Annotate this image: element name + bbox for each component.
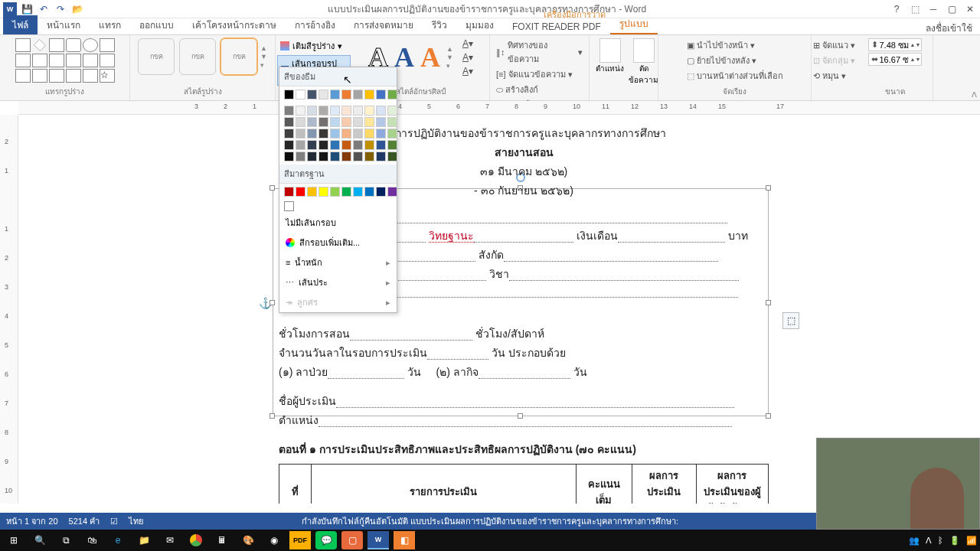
line-icon[interactable]: 💬: [315, 531, 337, 549]
layout-options-icon[interactable]: ⬚: [782, 312, 799, 329]
bring-forward-button[interactable]: ▣ นำไปข้างหน้า ▾: [687, 38, 783, 52]
group-size-label: ขนาด: [885, 84, 905, 97]
theme-colors-row[interactable]: [279, 86, 397, 103]
width-input[interactable]: ⬌ ▲▼: [868, 53, 922, 66]
gallery-down-icon[interactable]: ▼: [260, 53, 267, 60]
maximize-icon[interactable]: ▢: [945, 2, 959, 16]
webcam-overlay: [816, 438, 980, 530]
tab-insert[interactable]: แทรก: [90, 15, 130, 34]
minimize-icon[interactable]: ─: [926, 2, 940, 16]
align-button[interactable]: ⊞ จัดแนว ▾: [813, 38, 855, 52]
mail-icon[interactable]: ✉: [159, 531, 181, 549]
collapse-ribbon-icon[interactable]: ᐱ: [972, 90, 977, 99]
ruler-horizontal[interactable]: 321 123 456 789 101112 131415 17: [18, 101, 980, 115]
gallery-up-icon[interactable]: ▲: [260, 44, 267, 52]
explorer-icon[interactable]: 📁: [133, 531, 155, 549]
text-effects-icon[interactable]: A▾: [462, 66, 473, 77]
tab-file[interactable]: ไฟล์: [3, 15, 38, 34]
taskbar: ⊞ 🔍 ⧉ 🛍 e 📁 ✉ 🖩 🎨 ◉ PDF 💬 ▢ W ◧ 👥 ᐱ ᛒ 🔋 …: [0, 530, 980, 551]
tab-layout[interactable]: เค้าโครงหน้ากระดาษ: [183, 15, 286, 34]
bluetooth-icon[interactable]: ᛒ: [938, 536, 943, 545]
theme-tints-grid[interactable]: [279, 103, 397, 165]
close-icon[interactable]: ✕: [963, 2, 977, 16]
dashes-item[interactable]: ⋯ เส้นประ▸: [279, 272, 397, 292]
start-icon[interactable]: ⊞: [3, 531, 24, 549]
tab-review[interactable]: รีวิว: [423, 15, 456, 34]
no-outline-item[interactable]: ไม่มีเส้นกรอบ: [279, 213, 397, 233]
tab-view[interactable]: มุมมอง: [456, 15, 503, 34]
tab-format[interactable]: รูปแบบ: [610, 14, 658, 34]
wa-up-icon[interactable]: ▲: [446, 45, 453, 53]
word-icon: W: [3, 2, 17, 16]
group-shapes-label: แทรกรูปร่าง: [45, 84, 84, 97]
ribbon-tabs: ไฟล์ หน้าแรก แทรก ออกแบบ เค้าโครงหน้ากระ…: [0, 18, 980, 35]
tray-up-icon[interactable]: ᐱ: [926, 536, 932, 546]
weight-item[interactable]: ≡ น้ำหนัก▸: [279, 253, 397, 272]
height-input[interactable]: ⬍ ▲▼: [868, 38, 922, 51]
word-count[interactable]: 5214 คำ: [69, 514, 100, 528]
page-status[interactable]: หน้า 1 จาก 20: [6, 514, 58, 528]
more-colors-item[interactable]: สีกรอบเพิ่มเติม...: [279, 233, 397, 253]
arrows-item: ↠ ลูกศร▸: [279, 292, 397, 312]
wifi-icon[interactable]: 📶: [966, 536, 977, 546]
text-direction-button[interactable]: ‖↕ ทิศทางของข้อความ ▾: [496, 38, 583, 66]
wa-down-icon[interactable]: ▼: [446, 54, 453, 61]
chrome-icon[interactable]: [185, 531, 207, 549]
tab-home[interactable]: หน้าแรก: [38, 15, 90, 34]
shape-fill-button[interactable]: เติมสีรูปร่าง ▾: [277, 38, 351, 54]
app-icon[interactable]: ◧: [394, 531, 415, 549]
calculator-icon[interactable]: 🖩: [211, 531, 233, 549]
save-icon[interactable]: 💾: [20, 2, 34, 16]
create-link-button[interactable]: ⬭ สร้างลิงก์: [496, 83, 583, 96]
wa-more-icon[interactable]: ▾: [446, 62, 453, 70]
ribbon-display-icon[interactable]: ⬚: [908, 2, 922, 16]
selection-pane-button[interactable]: ⬚ บานหน้าต่างส่วนที่เลือก: [687, 69, 783, 83]
recent-color-swatch[interactable]: [284, 201, 294, 211]
align-text-button[interactable]: [≡] จัดแนวข้อความ ▾: [496, 67, 583, 81]
tab-references[interactable]: การอ้างอิง: [286, 15, 345, 34]
pdf-icon[interactable]: PDF: [289, 531, 311, 549]
battery-icon[interactable]: 🔋: [949, 536, 960, 546]
tab-foxit[interactable]: FOXIT READER PDF: [503, 19, 610, 34]
people-icon[interactable]: 👥: [909, 536, 920, 546]
media-icon[interactable]: ◉: [263, 531, 285, 549]
tab-mailings[interactable]: การส่งจดหมาย: [345, 15, 423, 34]
position-button[interactable]: ตำแหน่ง: [596, 38, 624, 74]
open-icon[interactable]: 📂: [70, 2, 84, 16]
resize-handle[interactable]: [270, 185, 275, 191]
system-tray[interactable]: 👥 ᐱ ᛒ 🔋 📶: [909, 536, 977, 546]
taskview-icon[interactable]: ⧉: [55, 531, 77, 549]
shape-styles-gallery[interactable]: กขค กขค กขค: [138, 38, 257, 75]
search-icon[interactable]: 🔍: [29, 531, 51, 549]
edge-icon[interactable]: e: [107, 531, 129, 549]
tab-design[interactable]: ออกแบบ: [130, 15, 183, 34]
shapes-gallery[interactable]: ☆: [15, 38, 115, 83]
language-status[interactable]: ไทย: [129, 514, 143, 528]
theme-colors-header: สีของธีม: [279, 67, 397, 86]
paint-icon[interactable]: 🎨: [237, 531, 259, 549]
standard-colors-row[interactable]: [279, 184, 397, 200]
help-icon[interactable]: ?: [890, 2, 903, 16]
gallery-more-icon[interactable]: ▾: [260, 61, 267, 69]
standard-colors-header: สีมาตรฐาน: [279, 165, 397, 184]
text-fill-icon[interactable]: A▾: [462, 38, 473, 49]
recorder-icon[interactable]: ▢: [341, 531, 363, 549]
group-styles-label: สไตล์รูปร่าง: [184, 84, 222, 97]
signin-link[interactable]: ลงชื่อเข้าใช้: [926, 21, 972, 35]
wrap-text-button[interactable]: ตัดข้อความ: [629, 38, 658, 86]
resize-handle[interactable]: [270, 300, 275, 305]
spell-check-icon[interactable]: ☑: [110, 517, 118, 527]
redo-icon[interactable]: ↷: [54, 2, 67, 16]
rotate-button[interactable]: ⟲ หมุน ▾: [813, 69, 855, 83]
resize-handle[interactable]: [270, 413, 275, 419]
store-icon[interactable]: 🛍: [81, 531, 103, 549]
word-taskbar-icon[interactable]: W: [368, 531, 389, 549]
undo-icon[interactable]: ↶: [37, 2, 51, 16]
ruler-vertical[interactable]: 21 123 456 78910: [0, 115, 18, 504]
autosave-message: กำลังบันทึกไฟล์กู้คืนอัตโนมัติ แบบประเมิ…: [302, 514, 678, 528]
shape-outline-dropdown: สีของธีม สีมาตรฐาน ไม่มีเส้นกรอบ สีกรอบเ…: [279, 67, 397, 313]
evaluation-table: ที่ รายการประเมิน คะแนนเต็ม ผลการประเมิน…: [279, 464, 769, 504]
send-backward-button[interactable]: ▢ ย้ายไปข้างหลัง ▾: [687, 54, 783, 67]
text-outline-icon[interactable]: A▾: [462, 52, 473, 63]
group-button[interactable]: ⊡ จัดกลุ่ม ▾: [813, 54, 855, 67]
